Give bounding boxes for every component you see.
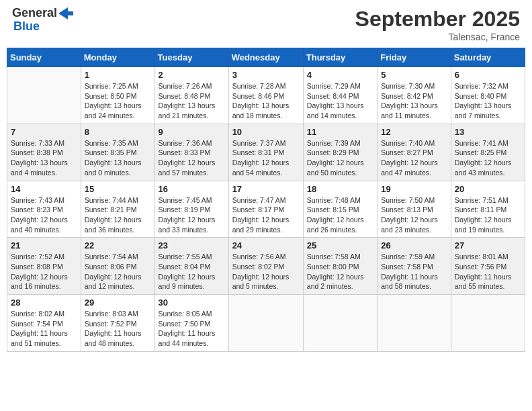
logo: General Blue: [12, 7, 73, 34]
day-number: 8: [85, 127, 151, 137]
day-number: 9: [159, 127, 225, 137]
day-header-sunday: Sunday: [7, 48, 81, 67]
calendar-cell: [7, 67, 81, 124]
day-number: 12: [381, 127, 447, 137]
calendar-week-row: 28Sunrise: 8:02 AM Sunset: 7:54 PM Dayli…: [7, 295, 525, 352]
day-number: 1: [85, 70, 151, 80]
day-info: Sunrise: 7:44 AM Sunset: 8:21 PM Dayligh…: [85, 195, 151, 235]
day-number: 17: [232, 184, 300, 194]
calendar-table: SundayMondayTuesdayWednesdayThursdayFrid…: [7, 48, 525, 352]
day-header-thursday: Thursday: [303, 48, 377, 67]
calendar-cell: 21Sunrise: 7:52 AM Sunset: 8:08 PM Dayli…: [7, 238, 81, 295]
day-info: Sunrise: 7:26 AM Sunset: 8:48 PM Dayligh…: [159, 81, 225, 121]
calendar-cell: 25Sunrise: 7:58 AM Sunset: 8:00 PM Dayli…: [303, 238, 377, 295]
day-number: 10: [232, 127, 300, 137]
day-number: 19: [381, 184, 447, 194]
calendar-week-row: 14Sunrise: 7:43 AM Sunset: 8:23 PM Dayli…: [7, 181, 525, 238]
calendar-cell: 27Sunrise: 8:01 AM Sunset: 7:56 PM Dayli…: [451, 238, 525, 295]
day-number: 20: [455, 184, 521, 194]
logo-arrow-icon: [58, 7, 73, 19]
day-number: 29: [85, 298, 151, 308]
day-info: Sunrise: 7:33 AM Sunset: 8:38 PM Dayligh…: [11, 138, 77, 178]
calendar-week-row: 1Sunrise: 7:25 AM Sunset: 8:50 PM Daylig…: [7, 67, 525, 124]
day-info: Sunrise: 7:59 AM Sunset: 7:58 PM Dayligh…: [381, 252, 447, 291]
calendar-week-row: 7Sunrise: 7:33 AM Sunset: 8:38 PM Daylig…: [7, 124, 525, 181]
calendar-cell: 26Sunrise: 7:59 AM Sunset: 7:58 PM Dayli…: [378, 238, 451, 295]
day-info: Sunrise: 7:58 AM Sunset: 8:00 PM Dayligh…: [307, 252, 373, 291]
logo-general-text: General: [12, 7, 57, 20]
location: Talensac, France: [355, 32, 520, 42]
calendar-cell: 3Sunrise: 7:28 AM Sunset: 8:46 PM Daylig…: [228, 67, 303, 124]
day-number: 21: [11, 240, 77, 250]
day-header-monday: Monday: [81, 48, 154, 67]
page-header: General Blue September 2025 Talensac, Fr…: [7, 7, 525, 42]
day-info: Sunrise: 7:32 AM Sunset: 8:40 PM Dayligh…: [455, 81, 521, 121]
day-number: 4: [307, 70, 373, 80]
calendar-cell: [378, 295, 451, 352]
calendar-cell: 28Sunrise: 8:02 AM Sunset: 7:54 PM Dayli…: [7, 295, 81, 352]
day-info: Sunrise: 7:36 AM Sunset: 8:33 PM Dayligh…: [159, 138, 225, 178]
calendar-cell: 5Sunrise: 7:30 AM Sunset: 8:42 PM Daylig…: [378, 67, 451, 124]
day-header-friday: Friday: [378, 48, 451, 67]
calendar-cell: 11Sunrise: 7:39 AM Sunset: 8:29 PM Dayli…: [303, 124, 377, 181]
day-info: Sunrise: 7:35 AM Sunset: 8:35 PM Dayligh…: [85, 138, 151, 178]
day-number: 3: [232, 70, 300, 80]
svg-marker-0: [58, 7, 73, 19]
calendar-cell: 1Sunrise: 7:25 AM Sunset: 8:50 PM Daylig…: [81, 67, 154, 124]
calendar-cell: 19Sunrise: 7:50 AM Sunset: 8:13 PM Dayli…: [378, 181, 451, 238]
day-info: Sunrise: 7:41 AM Sunset: 8:25 PM Dayligh…: [455, 138, 521, 178]
month-title: September 2025: [355, 7, 520, 32]
day-info: Sunrise: 7:55 AM Sunset: 8:04 PM Dayligh…: [159, 252, 225, 291]
day-info: Sunrise: 8:01 AM Sunset: 7:56 PM Dayligh…: [455, 252, 521, 291]
day-number: 11: [307, 127, 373, 137]
day-info: Sunrise: 7:52 AM Sunset: 8:08 PM Dayligh…: [11, 252, 77, 291]
calendar-cell: 22Sunrise: 7:54 AM Sunset: 8:06 PM Dayli…: [81, 238, 154, 295]
day-number: 6: [455, 70, 521, 80]
calendar-cell: 14Sunrise: 7:43 AM Sunset: 8:23 PM Dayli…: [7, 181, 81, 238]
day-number: 13: [455, 127, 521, 137]
day-number: 30: [159, 298, 225, 308]
day-number: 24: [232, 240, 300, 250]
day-number: 16: [159, 184, 225, 194]
calendar-cell: [451, 295, 525, 352]
logo-blue-text: Blue: [13, 19, 40, 33]
day-info: Sunrise: 7:28 AM Sunset: 8:46 PM Dayligh…: [232, 81, 300, 121]
day-info: Sunrise: 7:51 AM Sunset: 8:11 PM Dayligh…: [455, 195, 521, 235]
calendar-cell: 10Sunrise: 7:37 AM Sunset: 8:31 PM Dayli…: [228, 124, 303, 181]
day-info: Sunrise: 7:47 AM Sunset: 8:17 PM Dayligh…: [232, 195, 300, 235]
calendar-cell: 30Sunrise: 8:05 AM Sunset: 7:50 PM Dayli…: [154, 295, 228, 352]
day-number: 5: [381, 70, 447, 80]
calendar-cell: 16Sunrise: 7:45 AM Sunset: 8:19 PM Dayli…: [154, 181, 228, 238]
day-info: Sunrise: 8:03 AM Sunset: 7:52 PM Dayligh…: [85, 309, 151, 349]
day-number: 23: [159, 240, 225, 250]
day-number: 27: [455, 240, 521, 250]
calendar-cell: 18Sunrise: 7:48 AM Sunset: 8:15 PM Dayli…: [303, 181, 377, 238]
day-number: 14: [11, 184, 77, 194]
calendar-cell: 23Sunrise: 7:55 AM Sunset: 8:04 PM Dayli…: [154, 238, 228, 295]
day-info: Sunrise: 7:39 AM Sunset: 8:29 PM Dayligh…: [307, 138, 373, 178]
day-number: 18: [307, 184, 373, 194]
day-header-tuesday: Tuesday: [154, 48, 228, 67]
day-info: Sunrise: 7:45 AM Sunset: 8:19 PM Dayligh…: [159, 195, 225, 235]
day-info: Sunrise: 7:30 AM Sunset: 8:42 PM Dayligh…: [381, 81, 447, 121]
day-number: 7: [11, 127, 77, 137]
day-number: 22: [85, 240, 151, 250]
day-number: 25: [307, 240, 373, 250]
calendar-cell: 8Sunrise: 7:35 AM Sunset: 8:35 PM Daylig…: [81, 124, 154, 181]
calendar-cell: 9Sunrise: 7:36 AM Sunset: 8:33 PM Daylig…: [154, 124, 228, 181]
calendar-cell: 4Sunrise: 7:29 AM Sunset: 8:44 PM Daylig…: [303, 67, 377, 124]
calendar-header-row: SundayMondayTuesdayWednesdayThursdayFrid…: [7, 48, 525, 67]
calendar-cell: 6Sunrise: 7:32 AM Sunset: 8:40 PM Daylig…: [451, 67, 525, 124]
calendar-cell: 17Sunrise: 7:47 AM Sunset: 8:17 PM Dayli…: [228, 181, 303, 238]
day-info: Sunrise: 7:43 AM Sunset: 8:23 PM Dayligh…: [11, 195, 77, 235]
day-header-wednesday: Wednesday: [228, 48, 303, 67]
calendar-cell: [303, 295, 377, 352]
day-info: Sunrise: 7:37 AM Sunset: 8:31 PM Dayligh…: [232, 138, 300, 178]
calendar-cell: 13Sunrise: 7:41 AM Sunset: 8:25 PM Dayli…: [451, 124, 525, 181]
calendar-cell: 24Sunrise: 7:56 AM Sunset: 8:02 PM Dayli…: [228, 238, 303, 295]
calendar-cell: 12Sunrise: 7:40 AM Sunset: 8:27 PM Dayli…: [378, 124, 451, 181]
day-number: 2: [159, 70, 225, 80]
day-header-saturday: Saturday: [451, 48, 525, 67]
calendar-cell: 29Sunrise: 8:03 AM Sunset: 7:52 PM Dayli…: [81, 295, 154, 352]
day-info: Sunrise: 7:54 AM Sunset: 8:06 PM Dayligh…: [85, 252, 151, 291]
